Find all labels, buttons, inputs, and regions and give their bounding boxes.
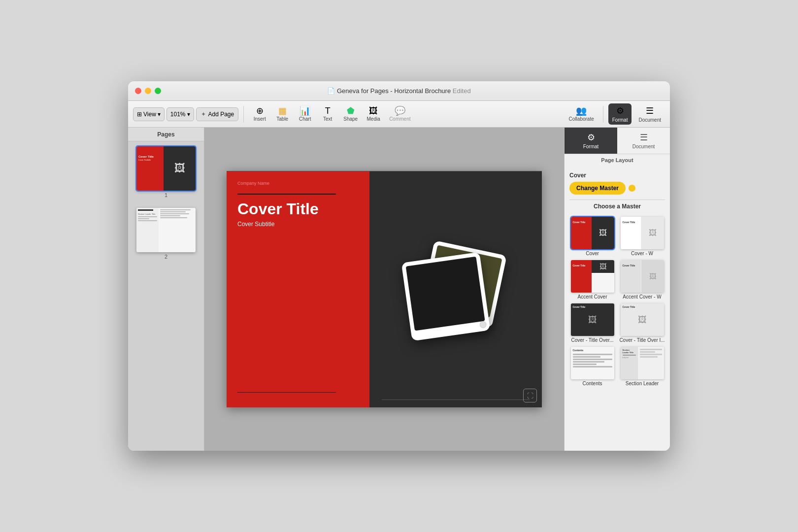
shape-button[interactable]: ⬟ Shape [339,104,362,124]
canvas-cover-subtitle: Cover Subtitle [237,221,359,228]
format-icon: ⚙ [616,105,624,116]
document-button[interactable]: ☰ Document [634,103,665,125]
view-zoom-group: ⊞ View ▾ 101% ▾ ＋ Add Page [133,107,238,121]
pages-header: Pages [128,128,204,141]
comment-icon: 💬 [395,106,405,115]
master-item-section-leader[interactable]: Section Leader Title body text [619,347,665,386]
table-icon: ▦ [278,106,287,115]
format-button[interactable]: ⚙ Format [608,103,632,125]
canvas-media-placeholder-icon[interactable]: ⛶ [523,389,537,402]
chevron-down-icon: ▾ [187,111,190,118]
chart-icon: 📊 [299,106,310,115]
text-button[interactable]: T Text [317,104,338,124]
toolbar-divider [243,106,244,123]
page-canvas: Company Name Cover Title Cover Subtitle [227,171,542,407]
insert-group: ⊕ Insert ▦ Table 📊 Chart T Text ⬟ Shape … [249,104,414,124]
master-item-cover-title-over[interactable]: 🖼 Cover Title Cover - Title Over... [569,303,615,343]
media-icon: 🖼 [369,106,378,115]
add-page-button[interactable]: ＋ Add Page [196,107,239,121]
app-window: 📄 Geneva for Pages - Horizontal Brochure… [128,81,670,451]
toolbar: ⊞ View ▾ 101% ▾ ＋ Add Page ⊕ Insert ▦ Ta… [128,101,670,128]
canvas-right: ⛶ [369,171,542,407]
right-toolbar: 👥 Collaborate ⚙ Format ☰ Document [565,103,665,125]
canvas-divider-bottom [237,392,336,393]
page-thumb-2[interactable]: Section Leader Title [136,208,196,260]
pages-panel: Pages Cover Title Cover Subtitle 🖼 1 [128,128,204,451]
text-icon: T [325,106,331,115]
canvas-area: Company Name Cover Title Cover Subtitle [204,128,564,451]
master-item-cover-w[interactable]: Cover Title 🖼 Cover - W [619,217,665,256]
collaborate-button[interactable]: 👥 Collaborate [565,104,598,124]
page-thumb-1[interactable]: Cover Title Cover Subtitle 🖼 1 [136,146,196,198]
view-button[interactable]: ⊞ View ▾ [133,107,165,121]
page-layout-label: Page Layout [565,154,670,165]
canvas-company-name: Company Name [237,181,359,186]
yellow-dot-indicator [629,185,635,192]
thumb1-slide-icon: 🖼 [174,162,185,175]
media-button[interactable]: 🖼 Media [363,104,384,124]
canvas-slides-decoration [401,237,510,341]
insert-icon: ⊕ [256,106,264,115]
chevron-down-icon: ▾ [158,111,161,118]
master-grid: Cover Title 🖼 Cover [569,217,665,386]
close-button[interactable] [135,88,141,94]
thumb2-section-text: Section Leader Title [138,213,157,215]
document-icon: ☰ [646,105,654,116]
main-content: Pages Cover Title Cover Subtitle 🖼 1 [128,128,670,451]
change-master-row: Change Master [569,182,665,195]
cover-section-label: Cover [569,170,665,182]
plus-icon: ＋ [200,110,206,118]
right-panel: ⚙ Format ☰ Document Page Layout Cover Ch… [564,128,670,451]
table-button[interactable]: ▦ Table [271,104,293,124]
slide-front [401,252,491,341]
toolbar-divider2 [603,106,603,123]
edited-label: Edited [453,87,471,95]
canvas-bottom-line [382,399,530,400]
thumb1-title: Cover Title [138,155,162,158]
document-tab-icon: ☰ [640,132,648,143]
comment-button[interactable]: 💬 Comment [385,104,414,124]
window-controls [135,88,161,94]
titlebar: 📄 Geneva for Pages - Horizontal Brochure… [128,81,670,101]
right-panel-content: Cover Change Master Choose a Master C [565,165,670,451]
maximize-button[interactable] [155,88,161,94]
master-item-accent-cover-w[interactable]: Cover Title 🖼 Accent Cover - W [619,260,665,299]
chart-button[interactable]: 📊 Chart [294,104,316,124]
document-tab[interactable]: ☰ Document [617,128,670,154]
minimize-button[interactable] [145,88,151,94]
zoom-button[interactable]: 101% ▾ [166,107,194,121]
canvas-left: Company Name Cover Title Cover Subtitle [227,171,369,407]
window-title: 📄 Geneva for Pages - Horizontal Brochure… [327,87,470,95]
shape-icon: ⬟ [347,106,355,115]
view-icon: ⊞ [137,111,142,118]
master-item-cover[interactable]: Cover Title 🖼 Cover [569,217,615,256]
right-panel-tabs: ⚙ Format ☰ Document [565,128,670,154]
insert-button[interactable]: ⊕ Insert [249,104,270,124]
canvas-divider-top [237,194,336,195]
change-master-button[interactable]: Change Master [569,182,626,195]
format-tab-icon: ⚙ [587,132,595,143]
master-item-contents[interactable]: Contents Contents [569,347,615,386]
canvas-cover-title: Cover Title [237,200,359,218]
slide-circle [479,321,487,329]
format-tab[interactable]: ⚙ Format [565,128,617,154]
choose-master-label: Choose a Master [569,200,665,213]
collaborate-icon: 👥 [576,106,587,115]
master-item-cover-title-over-i[interactable]: 🖼 Cover Title Cover - Title Over I... [619,303,665,343]
master-item-accent-cover[interactable]: Cover Title 🖼 Accent Cover [569,260,615,299]
